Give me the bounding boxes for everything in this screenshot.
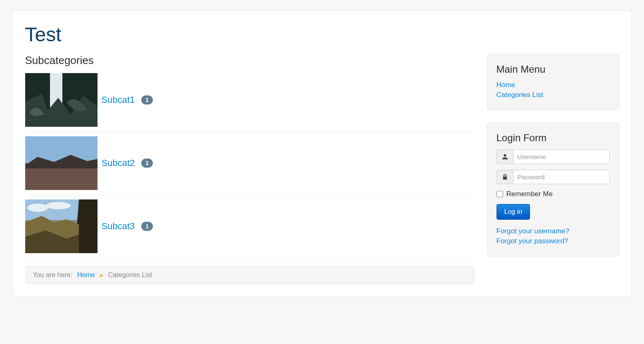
subcategory-count-badge: 1 bbox=[141, 159, 153, 168]
username-field-group bbox=[497, 149, 610, 164]
svg-rect-4 bbox=[25, 168, 97, 190]
subcategory-link[interactable]: Subcat2 bbox=[102, 158, 135, 168]
subcategory-link[interactable]: Subcat3 bbox=[102, 221, 135, 232]
svg-point-7 bbox=[46, 202, 71, 209]
subcategory-count-badge: 1 bbox=[141, 95, 153, 104]
breadcrumb-separator-icon: ▶ bbox=[100, 273, 103, 278]
main-menu-module: Main Menu Home Categories List bbox=[487, 54, 619, 110]
page-title: Test bbox=[25, 23, 619, 46]
forgot-username-link[interactable]: Forgot your username? bbox=[497, 227, 610, 235]
login-button[interactable]: Log in bbox=[497, 204, 530, 220]
remember-me-checkbox[interactable] bbox=[497, 191, 503, 197]
password-input[interactable] bbox=[513, 170, 610, 184]
password-field-group bbox=[497, 170, 610, 184]
breadcrumb-current: Categories List bbox=[108, 271, 152, 279]
subcategory-thumbnail[interactable] bbox=[25, 136, 97, 190]
subcategory-count-badge: 1 bbox=[141, 222, 153, 231]
user-icon bbox=[497, 149, 513, 164]
remember-me-text: Remember Me bbox=[506, 190, 553, 198]
subcategory-row: Subcat3 1 bbox=[25, 195, 475, 259]
forgot-password-link[interactable]: Forgot your password? bbox=[497, 237, 610, 245]
menu-item-home[interactable]: Home bbox=[497, 81, 515, 89]
subcategories-heading: Subcategories bbox=[25, 54, 475, 67]
menu-item-categories-list[interactable]: Categories List bbox=[497, 91, 543, 99]
breadcrumb-prefix: You are here: bbox=[33, 271, 72, 279]
breadcrumb-home-link[interactable]: Home bbox=[77, 271, 95, 279]
page-container: Test Subcategories Subcat1 1 bbox=[12, 10, 632, 297]
lock-icon bbox=[497, 170, 513, 184]
subcategory-thumbnail[interactable] bbox=[25, 73, 97, 127]
login-form-module: Login Form Remember Me bbox=[487, 123, 619, 256]
main-menu-list: Home Categories List bbox=[497, 81, 610, 99]
username-input[interactable] bbox=[513, 149, 610, 164]
login-form-heading: Login Form bbox=[497, 132, 610, 144]
subcategory-row: Subcat2 1 bbox=[25, 132, 475, 195]
subcategory-thumbnail[interactable] bbox=[25, 199, 97, 253]
remember-me-label[interactable]: Remember Me bbox=[497, 190, 610, 198]
main-content: Subcategories Subcat1 1 bbox=[25, 54, 475, 284]
layout: Subcategories Subcat1 1 bbox=[25, 54, 619, 284]
breadcrumb: You are here: Home ▶ Categories List bbox=[25, 266, 475, 284]
subcategory-link[interactable]: Subcat1 bbox=[102, 95, 135, 105]
login-help-links: Forgot your username? Forgot your passwo… bbox=[497, 227, 610, 245]
main-menu-heading: Main Menu bbox=[497, 64, 610, 75]
svg-point-6 bbox=[27, 204, 48, 212]
subcategory-row: Subcat1 1 bbox=[25, 73, 475, 132]
sidebar: Main Menu Home Categories List Login For… bbox=[487, 54, 619, 284]
